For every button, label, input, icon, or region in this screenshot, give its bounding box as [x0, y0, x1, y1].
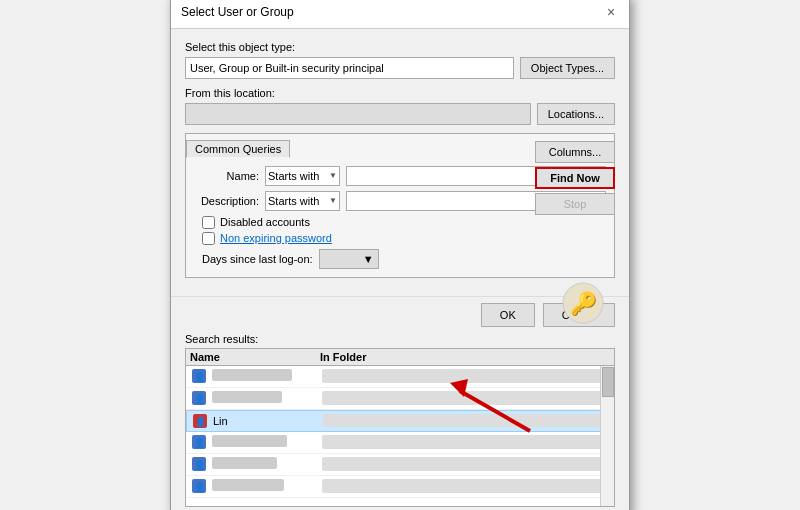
name-dropdown-value: Starts with	[268, 170, 319, 182]
key-icon-area: 🔑	[562, 282, 604, 327]
select-user-dialog: Select User or Group × Select this objec…	[170, 0, 630, 510]
user-icon: 👤	[190, 367, 208, 385]
svg-text:👤: 👤	[194, 393, 206, 405]
svg-text:🔑: 🔑	[570, 289, 598, 316]
name-dropdown[interactable]: Starts with ▼	[265, 166, 340, 186]
scroll-thumb[interactable]	[602, 367, 614, 397]
user-icon: 👤	[190, 389, 208, 407]
col-name-header: Name	[190, 351, 320, 363]
row-name	[212, 479, 322, 493]
row-name	[212, 457, 322, 471]
row-folder	[322, 369, 610, 383]
days-row: Days since last log-on: ▼	[194, 249, 606, 269]
search-results-label: Search results:	[185, 333, 615, 345]
dialog-title: Select User or Group	[181, 5, 294, 19]
common-queries-box: Common Queries Name: Starts with ▼ Descr…	[185, 133, 615, 278]
table-row[interactable]: 👤	[186, 388, 614, 410]
table-row[interactable]: 👤	[186, 432, 614, 454]
common-queries-tab[interactable]: Common Queries	[186, 140, 290, 158]
row-name	[212, 391, 322, 405]
days-label: Days since last log-on:	[202, 253, 313, 265]
stop-button[interactable]: Stop	[535, 193, 615, 215]
key-icon: 🔑	[562, 282, 604, 324]
object-types-button[interactable]: Object Types...	[520, 57, 615, 79]
columns-button[interactable]: Columns...	[535, 141, 615, 163]
name-label: Name:	[194, 170, 259, 182]
search-results-table: Name In Folder 👤	[185, 348, 615, 507]
find-now-button[interactable]: Find Now	[535, 167, 615, 189]
svg-text:👤: 👤	[194, 481, 206, 493]
description-label: Description:	[194, 195, 259, 207]
days-dropdown[interactable]: ▼	[319, 249, 379, 269]
row-lin-name: Lin	[213, 415, 323, 427]
row-lin-folder	[323, 414, 609, 427]
description-dropdown-arrow: ▼	[329, 196, 337, 205]
location-label: From this location:	[185, 87, 615, 99]
row-folder	[322, 391, 610, 405]
description-dropdown-value: Starts with	[268, 195, 319, 207]
table-row[interactable]: 👤	[186, 476, 614, 498]
svg-text:👤: 👤	[194, 437, 206, 449]
svg-text:👤: 👤	[194, 459, 206, 471]
ok-button[interactable]: OK	[481, 303, 535, 327]
row-folder	[322, 435, 610, 449]
search-results-section: Search results: Name In Folder 👤	[171, 333, 629, 507]
disabled-accounts-label: Disabled accounts	[220, 216, 310, 228]
scrollbar[interactable]	[600, 366, 614, 506]
bottom-buttons: OK Cancel	[171, 296, 629, 333]
row-name	[212, 435, 322, 449]
title-bar: Select User or Group ×	[171, 0, 629, 29]
user-icon: 👤	[191, 412, 209, 430]
name-dropdown-arrow: ▼	[329, 171, 337, 180]
user-icon: 👤	[190, 433, 208, 451]
results-header: Name In Folder	[186, 349, 614, 366]
row-folder	[322, 479, 610, 493]
non-expiring-checkbox[interactable]	[202, 232, 215, 245]
close-button[interactable]: ×	[603, 4, 619, 20]
description-dropdown[interactable]: Starts with ▼	[265, 191, 340, 211]
row-name	[212, 369, 322, 383]
object-type-label: Select this object type:	[185, 41, 615, 53]
non-expiring-label[interactable]: Non expiring password	[220, 232, 332, 244]
days-arrow: ▼	[363, 253, 374, 265]
table-row[interactable]: 👤	[186, 454, 614, 476]
location-row: Locations...	[185, 103, 615, 125]
disabled-accounts-checkbox[interactable]	[202, 216, 215, 229]
svg-text:👤: 👤	[194, 371, 206, 383]
locations-button[interactable]: Locations...	[537, 103, 615, 125]
row-folder	[322, 457, 610, 471]
results-body[interactable]: 👤 👤	[186, 366, 614, 506]
col-folder-header: In Folder	[320, 351, 610, 363]
object-type-row: Object Types...	[185, 57, 615, 79]
svg-text:👤: 👤	[195, 416, 207, 428]
table-row-selected[interactable]: 👤 Lin	[186, 410, 614, 432]
user-icon: 👤	[190, 477, 208, 495]
table-row[interactable]: 👤	[186, 366, 614, 388]
dialog-body: Select this object type: Object Types...…	[171, 29, 629, 296]
location-input[interactable]	[185, 103, 531, 125]
user-icon: 👤	[190, 455, 208, 473]
non-expiring-row: Non expiring password	[194, 232, 606, 245]
object-type-input[interactable]	[185, 57, 514, 79]
